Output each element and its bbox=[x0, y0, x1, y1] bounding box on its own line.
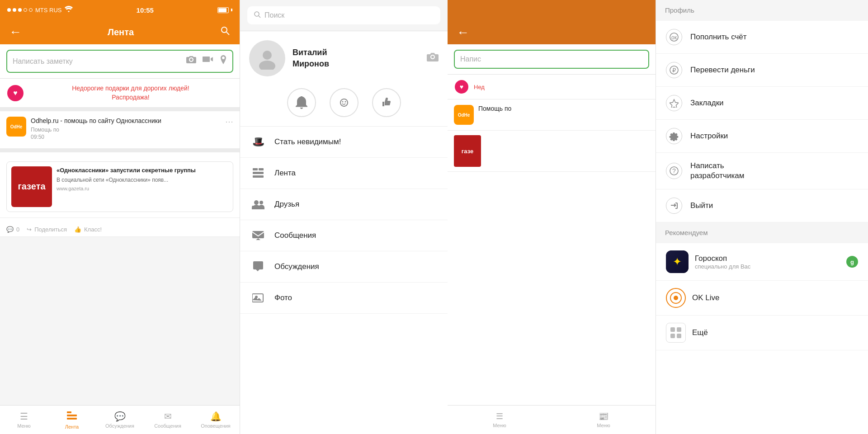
panel3-menu-icon: ☰ bbox=[496, 411, 503, 421]
svg-rect-4 bbox=[67, 418, 77, 420]
notifications-btn[interactable] bbox=[287, 88, 316, 117]
feed-avatar-odhelp: OdHe bbox=[6, 117, 26, 137]
svg-rect-27 bbox=[670, 327, 675, 332]
recommend-more[interactable]: Ещё bbox=[656, 316, 868, 350]
time-display: 10:55 bbox=[137, 6, 154, 14]
recommend-oklive[interactable]: OK Live bbox=[656, 281, 868, 316]
note-input-bar: Написать заметку bbox=[0, 44, 240, 79]
svg-point-10 bbox=[344, 101, 346, 103]
user-avatar[interactable] bbox=[249, 40, 285, 76]
profile-menu-topup[interactable]: ок Пополнить счёт bbox=[656, 21, 868, 54]
battery-tip bbox=[231, 9, 232, 11]
search-button[interactable] bbox=[220, 25, 231, 39]
dot4 bbox=[24, 8, 27, 12]
camera-icon[interactable] bbox=[186, 55, 196, 67]
camera-button[interactable] bbox=[427, 52, 439, 65]
messages-menu-icon bbox=[250, 227, 266, 244]
horoscope-name: Гороскоп bbox=[695, 254, 840, 263]
promo-banner[interactable]: ♥ Недорогие подарки для дорогих людей!Ра… bbox=[0, 79, 240, 108]
panel3-note: Напис bbox=[448, 44, 656, 75]
menu-item-messages[interactable]: Сообщения bbox=[240, 220, 448, 251]
nav-feed[interactable]: Лента bbox=[48, 406, 96, 434]
user-name: ВиталийМиронов bbox=[292, 47, 420, 70]
like-btn[interactable] bbox=[372, 88, 401, 117]
profile-menu-developer[interactable]: ? Написатьразработчикам bbox=[656, 153, 868, 189]
svg-rect-13 bbox=[253, 172, 264, 174]
menu-item-feed[interactable]: Лента bbox=[240, 158, 448, 189]
profile-menu-logout[interactable]: Выйти bbox=[656, 189, 868, 222]
photos-icon bbox=[250, 290, 266, 306]
recommend-horoscope[interactable]: ✦ Гороскоп специально для Вас g bbox=[656, 243, 868, 281]
recommend-title: Рекомендуем bbox=[665, 229, 708, 236]
status-bar: MTS RUS 10:55 bbox=[0, 0, 240, 20]
back-button[interactable]: ← bbox=[9, 25, 22, 39]
nav-notifications[interactable]: 🔔 Оповещения bbox=[192, 406, 240, 434]
bookmarks-icon bbox=[666, 95, 682, 111]
action-like[interactable]: 👍 Класс! bbox=[74, 226, 102, 233]
search-bar: Поиск bbox=[240, 0, 448, 31]
panel3-lenta-icon: 📰 bbox=[599, 411, 609, 421]
note-placeholder[interactable]: Написать заметку bbox=[13, 57, 182, 66]
steps-btn[interactable] bbox=[330, 88, 359, 117]
nav-messages[interactable]: ✉ Сообщения bbox=[144, 406, 192, 434]
signal-dots bbox=[7, 8, 33, 12]
svg-line-6 bbox=[259, 16, 260, 18]
panel3-promo-logo: ♥ bbox=[455, 80, 468, 94]
more-text: Ещё bbox=[692, 328, 858, 337]
oklive-icon bbox=[666, 288, 686, 308]
horoscope-text: Гороскоп специально для Вас bbox=[695, 254, 840, 270]
discussions-menu-icon bbox=[250, 259, 266, 275]
action-comment[interactable]: 💬 0 bbox=[6, 226, 19, 233]
feed-item-odhelp[interactable]: OdHe Odhelp.ru - помощь по сайту Однокла… bbox=[0, 111, 240, 149]
transfer-icon: ₽ bbox=[666, 62, 682, 78]
panel3-note-placeholder: Напис bbox=[460, 55, 481, 63]
svg-rect-29 bbox=[670, 334, 675, 338]
gazeta-desc: В социальной сети «Одноклассники» появ..… bbox=[57, 176, 228, 184]
nav-discussions[interactable]: 💬 Обсуждения bbox=[96, 406, 144, 434]
gazeta-text-content: «Одноклассники» запустили секретные груп… bbox=[57, 166, 228, 207]
nav-messages-label: Сообщения bbox=[154, 423, 181, 429]
note-input-inner: Написать заметку bbox=[6, 50, 233, 73]
svg-point-8 bbox=[259, 61, 275, 70]
search-placeholder[interactable]: Поиск bbox=[264, 11, 434, 19]
menu-item-discussions[interactable]: Обсуждения bbox=[240, 251, 448, 283]
nav-menu-label: Меню bbox=[17, 423, 31, 429]
menu-item-friends[interactable]: Друзья bbox=[240, 189, 448, 220]
panel-profile: Профиль ок Пополнить счёт ₽ Перевести де… bbox=[656, 0, 868, 434]
wifi-icon bbox=[65, 6, 73, 14]
profile-menu-transfer[interactable]: ₽ Перевести деньги bbox=[656, 54, 868, 87]
panel3-feed1-inner: OdHe Помощь по bbox=[454, 105, 649, 125]
feed-menu-icon bbox=[250, 165, 266, 181]
menu-item-invisible[interactable]: 🎩 Стать невидимым! bbox=[240, 127, 448, 158]
panel3-avatar: OdHe bbox=[454, 105, 474, 125]
video-icon[interactable] bbox=[203, 55, 213, 67]
back-button-panel3[interactable]: ← bbox=[457, 25, 469, 40]
location-icon[interactable] bbox=[220, 55, 227, 67]
panel3-lenta-label: Меню bbox=[597, 423, 610, 428]
developer-icon: ? bbox=[666, 163, 682, 179]
discussions-icon: 💬 bbox=[114, 411, 126, 422]
logout-icon bbox=[666, 198, 682, 214]
menu-item-photos[interactable]: Фото bbox=[240, 283, 448, 314]
profile-menu-bookmarks[interactable]: Закладки bbox=[656, 87, 868, 120]
feed-item-gazeta[interactable]: газета «Одноклассники» запустили секретн… bbox=[0, 152, 240, 218]
feed-subtitle-odhelp: Помощь по bbox=[31, 127, 221, 133]
profile-section-header: Профиль bbox=[656, 0, 868, 21]
panel3-feed1-content: Помощь по bbox=[478, 105, 511, 112]
more-name: Ещё bbox=[692, 328, 858, 337]
feed-item-header: OdHe Odhelp.ru - помощь по сайту Однокла… bbox=[6, 117, 233, 140]
panel3-gazeta: газе bbox=[448, 131, 656, 172]
battery-fill bbox=[218, 8, 226, 12]
share-label: Поделиться bbox=[34, 226, 67, 233]
feed-more-icon[interactable]: ⋯ bbox=[225, 117, 233, 127]
oklive-dot bbox=[674, 296, 678, 300]
dot2 bbox=[13, 8, 16, 12]
action-share[interactable]: ↪ Поделиться bbox=[27, 226, 67, 233]
svg-text:ок: ок bbox=[671, 34, 677, 41]
profile-menu-settings[interactable]: Настройки bbox=[656, 120, 868, 153]
settings-icon bbox=[666, 128, 682, 144]
dot3 bbox=[18, 8, 22, 12]
transfer-label: Перевести деньги bbox=[690, 65, 755, 75]
bottom-nav: ☰ Меню Лента 💬 Обсуждения ✉ Сообщения 🔔 … bbox=[0, 405, 240, 434]
nav-menu[interactable]: ☰ Меню bbox=[0, 406, 48, 434]
